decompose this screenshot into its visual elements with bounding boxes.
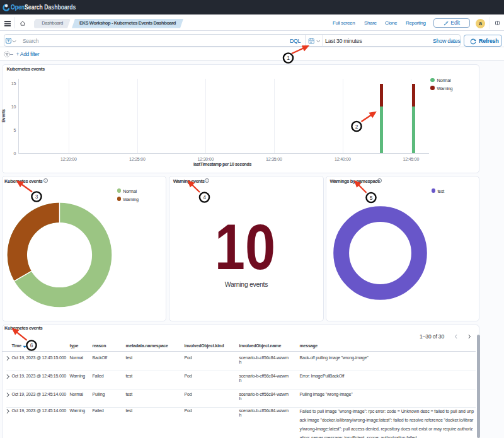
svg-text:2: 2 xyxy=(355,124,358,130)
svg-text:5: 5 xyxy=(370,195,373,201)
svg-text:1: 1 xyxy=(287,55,290,61)
svg-text:6: 6 xyxy=(30,342,33,349)
svg-text:4: 4 xyxy=(203,194,206,200)
svg-text:3: 3 xyxy=(35,193,38,200)
